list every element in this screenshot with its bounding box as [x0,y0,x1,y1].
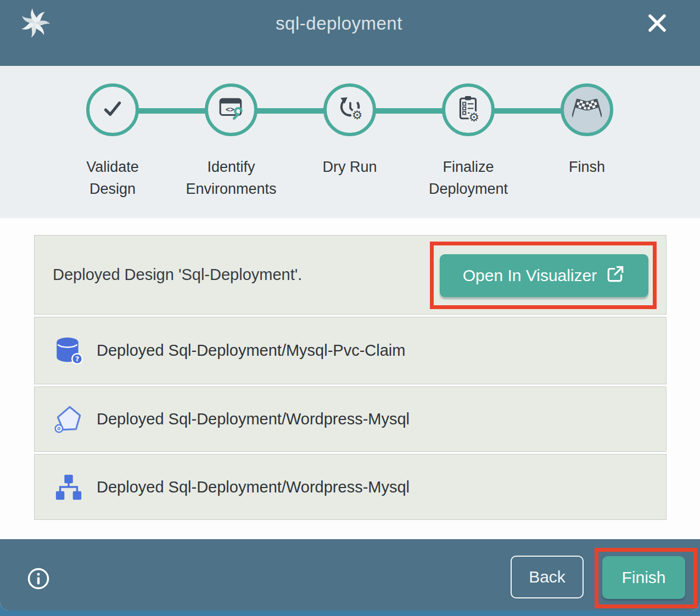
step-label: Finsh [569,156,605,178]
step-label: Finalize Deployment [429,156,508,200]
visualizer-button-label: Open In Visualizer [463,266,597,285]
info-icon[interactable] [26,567,51,591]
step-label: Validate Design [86,156,139,200]
step-label: Dry Run [322,156,377,178]
svg-text:<>: <> [226,105,234,114]
deployed-item-text: Deployed Sql-Deployment/Wordpress-Mysql [97,410,410,428]
code-config-icon: <> [218,97,244,123]
modal-header: sql-deployment [0,0,700,66]
hierarchy-icon [53,471,85,503]
back-button[interactable]: Back [511,556,584,598]
deployed-item-text: Deployed Sql-Deployment/Wordpress-Mysql [97,478,410,496]
step-circle: ⚙ [323,83,376,136]
modal-title: sql-deployment [0,0,678,66]
checkered-flags-icon [572,95,602,125]
finish-button[interactable]: Finish [602,556,685,599]
step-finish[interactable]: Finsh [528,83,646,200]
step-validate-design[interactable]: Validate Design [53,83,172,200]
modal-footer: Back Finish [0,539,700,611]
svg-text:?: ? [75,355,79,363]
deployed-item-row: ? Deployed Sql-Deployment/Mysql-Pvc-Clai… [34,317,667,384]
step-circle-active [561,83,613,136]
step-circle: <> [205,83,257,136]
svg-text:⚙: ⚙ [469,110,480,122]
deployment-modal: sql-deployment Validate Design [0,0,700,611]
pentagon-icon [53,404,85,435]
results-panel: Deployed Design 'Sql-Deployment'. Open I… [0,218,700,539]
clipboard-gear-icon: ⚙ [456,95,481,125]
external-link-icon [606,264,625,288]
database-icon: ? [53,335,85,367]
step-identify-environments[interactable]: <> Identify Environments [172,83,290,200]
deployed-item-row: Deployed Sql-Deployment/Wordpress-Mysql [34,454,667,520]
design-result-row: Deployed Design 'Sql-Deployment'. Open I… [34,235,667,315]
step-finalize-deployment[interactable]: ⚙ Finalize Deployment [409,83,528,200]
design-message: Deployed Design 'Sql-Deployment'. [53,266,302,284]
step-circle: ⚙ [442,83,495,136]
deployed-item-row: Deployed Sql-Deployment/Wordpress-Mysql [34,387,667,452]
deployed-item-text: Deployed Sql-Deployment/Mysql-Pvc-Claim [97,341,405,360]
step-circle [86,83,139,136]
close-icon[interactable] [646,12,668,34]
check-icon [100,96,125,124]
step-label: Identify Environments [186,156,276,200]
svg-text:⚙: ⚙ [352,108,363,122]
open-in-visualizer-button[interactable]: Open In Visualizer [440,254,648,297]
wizard-stepper: Validate Design <> Identify Environme [0,66,700,218]
step-dry-run[interactable]: ⚙ Dry Run [290,83,409,200]
dry-run-icon: ⚙ [336,96,363,124]
